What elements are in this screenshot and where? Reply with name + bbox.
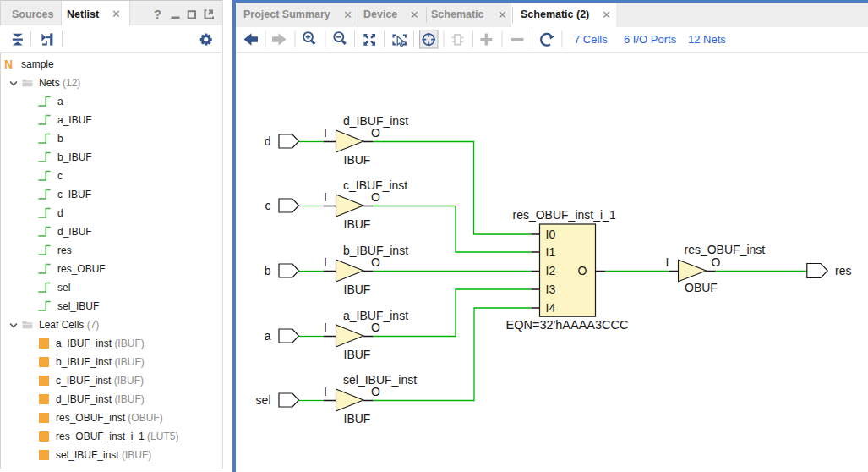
svg-text:res_OBUF_inst_i_1: res_OBUF_inst_i_1: [513, 208, 616, 222]
svg-text:sel_IBUF_inst: sel_IBUF_inst: [343, 373, 417, 387]
svg-text:IBUF: IBUF: [344, 217, 371, 231]
svg-text:d: d: [265, 134, 271, 148]
svg-text:O: O: [712, 255, 721, 269]
svg-text:I: I: [324, 190, 327, 204]
svg-text:I3: I3: [546, 283, 556, 296]
svg-text:IBUF: IBUF: [344, 348, 371, 361]
svg-text:a_IBUF_inst: a_IBUF_inst: [343, 309, 408, 322]
svg-text:O: O: [371, 126, 380, 140]
svg-text:c: c: [265, 199, 271, 212]
svg-text:O: O: [371, 190, 380, 204]
svg-text:I: I: [324, 321, 327, 334]
svg-text:EQN=32'hAAAA3CCC: EQN=32'hAAAA3CCC: [506, 318, 629, 332]
svg-text:O: O: [371, 255, 380, 269]
svg-text:res: res: [835, 264, 851, 277]
svg-text:b_IBUF_inst: b_IBUF_inst: [343, 244, 408, 257]
svg-text:I: I: [324, 126, 327, 140]
svg-text:IBUF: IBUF: [344, 283, 371, 296]
svg-text:O: O: [578, 264, 587, 277]
svg-text:O: O: [371, 385, 380, 398]
svg-text:I2: I2: [546, 264, 556, 277]
svg-text:OBUF: OBUF: [685, 281, 718, 294]
svg-text:d_IBUF_inst: d_IBUF_inst: [343, 114, 408, 128]
svg-text:I: I: [324, 255, 327, 269]
svg-text:b: b: [265, 264, 271, 277]
svg-text:O: O: [371, 321, 380, 334]
svg-text:?: ?: [154, 8, 161, 21]
svg-text:IBUF: IBUF: [344, 153, 371, 167]
svg-text:I4: I4: [546, 301, 556, 315]
svg-text:I1: I1: [546, 245, 556, 259]
svg-text:a: a: [265, 329, 271, 343]
svg-text:sel: sel: [256, 393, 271, 407]
svg-text:I0: I0: [546, 228, 556, 241]
svg-text:res_OBUF_inst: res_OBUF_inst: [685, 243, 766, 256]
svg-text:I: I: [324, 385, 327, 398]
svg-text:IBUF: IBUF: [344, 412, 371, 425]
svg-text:I: I: [666, 255, 669, 269]
svg-text:c_IBUF_inst: c_IBUF_inst: [343, 178, 407, 192]
